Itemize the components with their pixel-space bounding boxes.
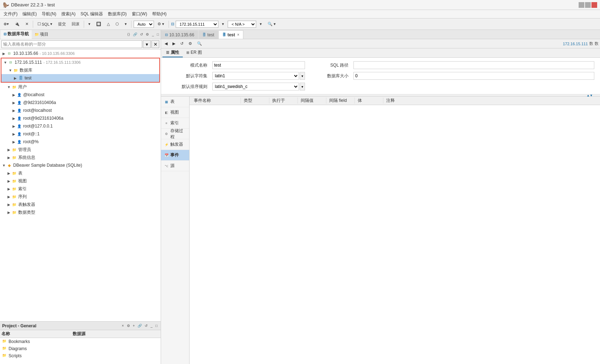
- tree-sqlite-indexes[interactable]: ▶ 📁 索引: [0, 185, 161, 193]
- collation-select[interactable]: latin1_swedish_c: [212, 83, 299, 90]
- arrow-sqlite-trig[interactable]: ▶: [6, 203, 11, 207]
- toolbar-btn4[interactable]: ⬡: [113, 21, 121, 27]
- menu-window[interactable]: 窗口(W): [130, 10, 149, 18]
- collation-dropdown-btn[interactable]: ▾: [300, 83, 305, 90]
- obj-index[interactable]: ≡ 索引: [161, 118, 189, 129]
- tree-users-folder[interactable]: ▼ 📁 用户: [0, 83, 161, 91]
- menu-navigate[interactable]: 导航(N): [40, 10, 58, 18]
- auto-dropdown[interactable]: Auto: [134, 21, 154, 28]
- connection-dropdown[interactable]: 172.16.15.111: [176, 21, 218, 28]
- arrow-conn1[interactable]: ▶: [1, 52, 6, 56]
- tree-user-4[interactable]: ▶ 👤 root@9d231610406a: [0, 114, 161, 122]
- tree-conn-2[interactable]: ▼ ⊟ 172.16.15.111 - 172.16.15.111:3306: [1, 58, 159, 66]
- tree-panel[interactable]: ▶ ⊟ 10.10.135.66 - 10.10.135.66:3306 ▼ ⊟…: [0, 50, 161, 321]
- obj-trigger[interactable]: ⚡ 触发器: [161, 139, 189, 150]
- maximize-button[interactable]: [585, 2, 591, 8]
- disconnect-button[interactable]: ✕: [23, 21, 31, 27]
- restore-bottom-btn[interactable]: ↺: [144, 323, 149, 328]
- menu-help[interactable]: 帮助(H): [150, 10, 169, 18]
- toolbar-btn5[interactable]: ▾: [123, 21, 129, 27]
- obj-event[interactable]: 📅 事件: [161, 150, 189, 161]
- db-nav-forward[interactable]: ▶: [170, 41, 177, 47]
- maximize-bottom-btn[interactable]: □: [154, 323, 159, 328]
- connection-arrow[interactable]: ▾: [220, 21, 226, 27]
- filter-btn[interactable]: ▾: [143, 40, 151, 48]
- tree-user-2[interactable]: ▶ 👤 @9d231610406a: [0, 99, 161, 106]
- menu-sql-editor[interactable]: SQL 编辑器: [78, 10, 105, 18]
- charset-dropdown-btn[interactable]: ▾: [300, 72, 305, 80]
- arrow-conn2[interactable]: ▼: [3, 61, 8, 64]
- minimize-button[interactable]: [579, 2, 584, 8]
- tree-sqlite-views[interactable]: ▶ 📁 视图: [0, 177, 161, 185]
- obj-view[interactable]: ◧ 视图: [161, 107, 189, 118]
- arrow-users[interactable]: ▼: [6, 85, 11, 89]
- connect-button[interactable]: 🔌: [12, 21, 22, 27]
- tree-conn-1[interactable]: ▶ ⊟ 10.10.135.66 - 10.10.135.66:3306: [0, 50, 161, 57]
- arrow-sqlite-dt[interactable]: ▶: [6, 210, 11, 214]
- db-size-input[interactable]: [353, 72, 594, 80]
- tab-test-1[interactable]: 🗄 test: [198, 30, 218, 39]
- schema-name-input[interactable]: [212, 61, 305, 69]
- clear-search-btn[interactable]: ✕: [151, 40, 159, 48]
- db-nav-back[interactable]: ◀: [162, 41, 170, 47]
- db-refresh[interactable]: ↺: [178, 41, 186, 47]
- menu-search[interactable]: 搜索(A): [59, 10, 78, 18]
- tab-project[interactable]: 📁 项目: [32, 30, 51, 39]
- sub-tab-er[interactable]: ⊞ ER 图: [183, 48, 206, 57]
- settings-bottom-btn[interactable]: ⚙: [126, 323, 131, 328]
- project-diagrams[interactable]: 📁 Diagrams: [0, 345, 161, 352]
- menu-database[interactable]: 数据库(D): [106, 10, 129, 18]
- charset-select[interactable]: latin1: [212, 72, 299, 80]
- search-input[interactable]: [1, 40, 142, 48]
- arrow-sqlite-views[interactable]: ▶: [6, 179, 11, 183]
- tree-sqlite-conn[interactable]: ▼ ◆ DBeaver Sample Database (SQLite): [0, 161, 161, 169]
- arrow-test-db[interactable]: ▶: [13, 76, 18, 80]
- collapse-all-btn[interactable]: ⟨⟩: [126, 32, 131, 37]
- tree-user-6[interactable]: ▶ 👤 root@::1: [0, 130, 161, 138]
- na-arrow[interactable]: ▾: [258, 21, 264, 27]
- menu-edit[interactable]: 编辑(E): [20, 10, 39, 18]
- toolbar-btn1[interactable]: ▾: [86, 21, 93, 27]
- settings-btn[interactable]: ⚙ ▾: [155, 21, 166, 27]
- tab-close-btn[interactable]: ×: [237, 33, 239, 37]
- arrow-admin[interactable]: ▶: [6, 148, 11, 152]
- tree-sqlite-datatypes[interactable]: ▶ 📁 数据类型: [0, 208, 161, 216]
- arrow-sqlite-indexes[interactable]: ▶: [6, 187, 11, 191]
- arrow-user1[interactable]: ▶: [11, 93, 16, 97]
- na-dropdown[interactable]: < N/A >: [228, 21, 256, 28]
- tab-test-2[interactable]: 🗄 test ×: [218, 30, 243, 39]
- arrow-sqlite-seq[interactable]: ▶: [6, 195, 11, 199]
- close-button[interactable]: [591, 2, 597, 8]
- tree-test-db[interactable]: ▶ 🗄 test: [1, 74, 159, 82]
- tree-user-5[interactable]: ▶ 👤 root@127.0.0.1: [0, 122, 161, 130]
- arrow-sqlite-tables[interactable]: ▶: [6, 171, 11, 175]
- project-scripts[interactable]: 📁 Scripts: [0, 352, 161, 359]
- arrow-sqlite[interactable]: ▼: [1, 163, 6, 167]
- toolbar-btn3[interactable]: △: [105, 21, 112, 27]
- arrow-user7[interactable]: ▶: [11, 140, 16, 144]
- tree-user-3[interactable]: ▶ 👤 root@localhost: [0, 106, 161, 114]
- tree-user-1[interactable]: ▶ 👤 @localhost: [0, 91, 161, 99]
- new-connection-button[interactable]: ⊕▾: [1, 21, 11, 27]
- tab-database-nav[interactable]: ⊟ 数据库导航: [1, 30, 32, 39]
- tree-sqlite-triggers[interactable]: ▶ 📁 表触发器: [0, 201, 161, 208]
- db-settings[interactable]: ⚙: [186, 41, 194, 47]
- arrow-user5[interactable]: ▶: [11, 124, 16, 128]
- tree-databases-folder[interactable]: ▼ 📁 数据库: [1, 66, 159, 74]
- obj-table[interactable]: ▦ 表: [161, 97, 189, 107]
- rollback-button[interactable]: 回滚: [69, 21, 82, 27]
- maximize-panel-btn[interactable]: □: [156, 32, 160, 37]
- tree-admin-folder[interactable]: ▶ 📁 管理员: [0, 146, 161, 154]
- tab-conn-1[interactable]: ⊟ 10.10.135.66: [161, 30, 198, 39]
- refresh-btn[interactable]: ↺: [139, 32, 144, 37]
- arrow-databases[interactable]: ▼: [8, 68, 13, 72]
- tree-user-7[interactable]: ▶ 👤 root@%: [0, 138, 161, 146]
- tree-sqlite-sequences[interactable]: ▶ 📁 序列: [0, 193, 161, 201]
- tree-sysinfo-folder[interactable]: ▶ 📁 系统信息: [0, 154, 161, 161]
- link-bottom-btn[interactable]: 🔗: [136, 323, 143, 328]
- arrow-user3[interactable]: ▶: [11, 109, 16, 113]
- search-btn[interactable]: 🔍 ▾: [265, 21, 278, 27]
- project-bookmarks[interactable]: 📁 Bookmarks: [0, 338, 161, 345]
- tree-sqlite-tables[interactable]: ▶ 📁 表: [0, 169, 161, 177]
- link-btn[interactable]: 🔗: [132, 32, 138, 37]
